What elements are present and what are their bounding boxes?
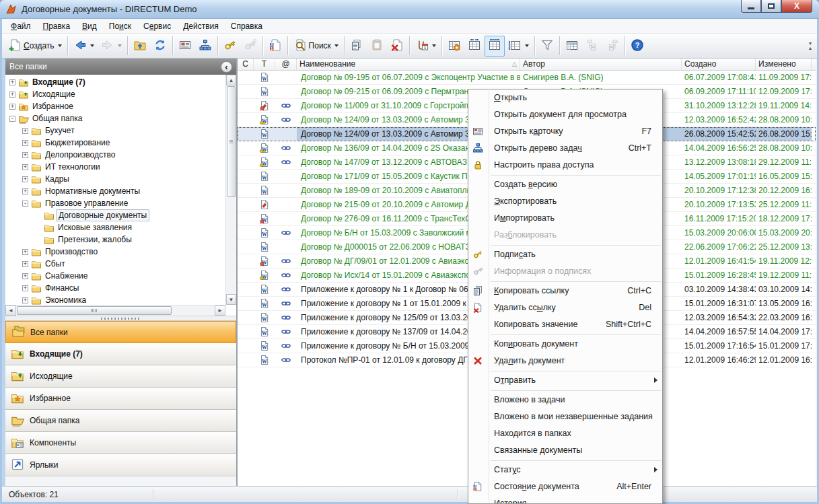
- paste-button[interactable]: [367, 36, 387, 57]
- tree-item[interactable]: +Сбыт: [5, 258, 225, 270]
- context-menu-item[interactable]: Открыть карточкуF7: [468, 123, 662, 140]
- expand-toggle-icon[interactable]: +: [22, 176, 28, 182]
- expand-toggle-icon[interactable]: +: [9, 104, 15, 110]
- tree-item[interactable]: -Общая папка: [5, 112, 225, 124]
- tablegear-button[interactable]: [444, 36, 464, 57]
- expand-toggle-icon[interactable]: +: [9, 92, 15, 98]
- context-menu-item[interactable]: Связанные документы: [468, 442, 662, 459]
- tree-item[interactable]: +Избранное: [5, 100, 225, 112]
- tree-vertical-scrollbar[interactable]: ▲ ▼: [225, 75, 236, 305]
- expand-toggle-icon[interactable]: +: [22, 140, 28, 146]
- context-menu-item[interactable]: 21Состояние документаAlt+Enter: [468, 478, 662, 495]
- expand-toggle-icon[interactable]: +: [22, 128, 28, 134]
- expand-toggle-icon[interactable]: +: [22, 297, 28, 303]
- expand-toggle-icon[interactable]: +: [22, 164, 28, 170]
- nav-button[interactable]: Исходящие: [5, 365, 236, 388]
- context-menu-item[interactable]: Находится в папках: [468, 425, 662, 442]
- minimize-button[interactable]: [741, 0, 761, 13]
- scroll-up-arrow[interactable]: ▲: [226, 75, 236, 85]
- context-menu-item[interactable]: Копировать ссылкуCtrl+C: [468, 283, 662, 299]
- rowheight-button[interactable]: [505, 36, 532, 57]
- toolbar-overflow-button[interactable]: ▾▴: [806, 41, 814, 50]
- context-menu-item[interactable]: Отправить: [468, 372, 662, 389]
- tree-horizontal-scrollbar[interactable]: ◄ ►: [5, 305, 225, 316]
- tree-item[interactable]: Претензии, жалобы: [5, 233, 225, 246]
- context-menu-item[interactable]: Открыть дерево задачCtrl+T: [468, 140, 662, 157]
- column-header-@[interactable]: @: [275, 59, 297, 70]
- scroll-thumb[interactable]: [17, 306, 172, 315]
- tree-item[interactable]: +Финансы: [5, 282, 225, 294]
- menubar-item[interactable]: Вид: [76, 20, 103, 32]
- tree-item[interactable]: +Производство: [5, 246, 225, 258]
- menubar-item[interactable]: Действия: [177, 20, 225, 32]
- key-button[interactable]: [220, 36, 240, 57]
- collapse-toggle-icon[interactable]: -: [22, 201, 28, 207]
- context-menu-item[interactable]: Удалить документ: [468, 353, 662, 369]
- fwd-button[interactable]: [98, 36, 125, 57]
- context-menu-item[interactable]: Удалить ссылкуDel: [468, 299, 662, 316]
- expand-toggle-icon[interactable]: +: [9, 79, 15, 85]
- tree-item[interactable]: +Нормативные документы: [5, 185, 225, 197]
- nav-button[interactable]: Избранное: [5, 388, 236, 410]
- tree-item[interactable]: +Исходящие: [5, 88, 225, 100]
- column-header-Изменено[interactable]: Изменено: [756, 59, 812, 70]
- expand-toggle-icon[interactable]: +: [22, 261, 28, 267]
- folderup-button[interactable]: [130, 36, 150, 57]
- expand-toggle-icon[interactable]: +: [22, 273, 28, 279]
- nav-button[interactable]: Общая папка: [5, 410, 236, 432]
- copy-button[interactable]: [347, 36, 367, 57]
- close-button[interactable]: X: [781, 0, 812, 13]
- column-header-Автор[interactable]: Автор: [520, 59, 682, 70]
- collapse-toggle-icon[interactable]: -: [9, 116, 15, 122]
- column-header-Создано[interactable]: Создано: [682, 59, 756, 70]
- tree-item[interactable]: +Делопроизводство: [5, 149, 225, 161]
- tree-item[interactable]: +Кадры: [5, 173, 225, 185]
- refresh-button[interactable]: [150, 36, 170, 57]
- context-menu-item[interactable]: Подписать: [468, 246, 662, 263]
- expand-toggle-icon[interactable]: +: [22, 188, 28, 194]
- maximize-button[interactable]: [761, 0, 781, 13]
- context-menu-item[interactable]: Копировать значениеShift+Ctrl+C: [468, 316, 662, 333]
- nav-button[interactable]: Входящие (7): [5, 343, 236, 365]
- back-button[interactable]: [70, 36, 98, 57]
- keyq-button[interactable]: ?: [240, 36, 260, 57]
- colfit-button[interactable]: [485, 36, 505, 57]
- scroll-right-arrow[interactable]: ►: [215, 305, 225, 316]
- docstate-button[interactable]: 21: [265, 36, 285, 57]
- context-menu-item[interactable]: Вложено в задачи: [468, 392, 662, 408]
- menubar-item[interactable]: Поиск: [103, 20, 137, 32]
- collapse-panel-button[interactable]: ‹: [221, 61, 232, 73]
- context-menu-item[interactable]: История: [468, 495, 662, 504]
- column-header-Наименование[interactable]: Наименование△: [297, 59, 520, 70]
- tree-item[interactable]: +Бухучет: [5, 124, 225, 137]
- card-button[interactable]: [175, 36, 195, 57]
- tree-item[interactable]: +ИТ технологии: [5, 161, 225, 173]
- menubar-item[interactable]: Сервис: [137, 20, 177, 32]
- context-menu-item[interactable]: Статус: [468, 462, 662, 478]
- menubar-item[interactable]: Файл: [5, 20, 37, 32]
- expand-toggle-icon[interactable]: +: [22, 249, 28, 255]
- group2-button[interactable]: [602, 36, 622, 57]
- panel-splitter[interactable]: [5, 316, 236, 321]
- nav-button[interactable]: Компоненты: [5, 432, 236, 454]
- context-menu-item[interactable]: Вложено в мои незавершенные задания: [468, 408, 662, 425]
- tree-item[interactable]: -Правовое управление: [5, 197, 225, 209]
- nav-button[interactable]: Все папки: [5, 321, 236, 343]
- context-menu-item[interactable]: Настроить права доступа: [468, 157, 662, 174]
- scroll-down-arrow[interactable]: ▼: [226, 294, 236, 305]
- context-menu-item[interactable]: Открыть: [468, 89, 662, 106]
- nav-button[interactable]: Ярлыки: [5, 454, 236, 476]
- expand-toggle-icon[interactable]: +: [22, 285, 28, 291]
- tree-item[interactable]: +Бюджетирование: [5, 137, 225, 149]
- table-row[interactable]: WДоговор № 09-195 от 06.07.2009 с Экспоц…: [238, 71, 816, 85]
- context-menu-item[interactable]: Открыть документ для просмотра: [468, 106, 662, 123]
- tasktree-button[interactable]: [195, 36, 215, 57]
- expand-toggle-icon[interactable]: +: [22, 152, 28, 158]
- context-menu-item[interactable]: Создать версию: [468, 176, 662, 193]
- help-button[interactable]: ?: [627, 36, 647, 57]
- search-button[interactable]: Поиск: [290, 36, 342, 57]
- tree-item[interactable]: +Снабжение: [5, 270, 225, 282]
- funnel-button[interactable]: [537, 36, 557, 57]
- attach-button[interactable]: 1: [412, 36, 439, 57]
- menubar-item[interactable]: Правка: [37, 20, 77, 32]
